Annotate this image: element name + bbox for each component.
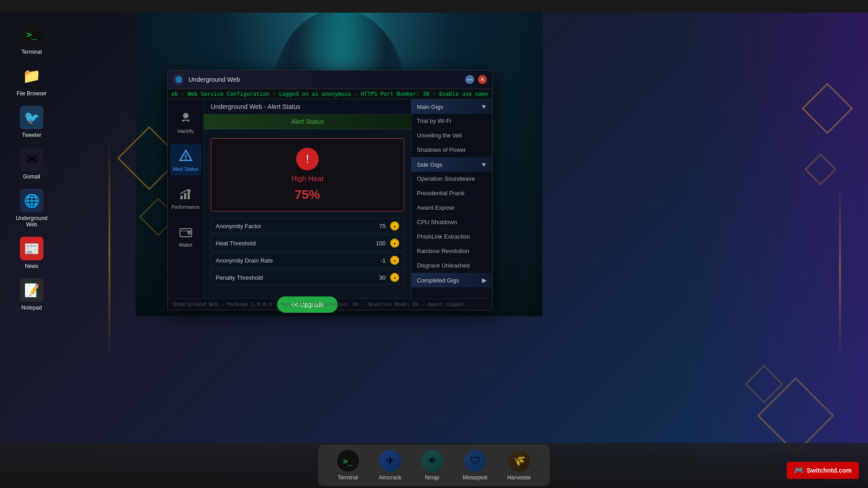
sidebar-item-hackify[interactable]: Hackify bbox=[170, 106, 202, 137]
window-app-icon: 🌐 bbox=[173, 74, 184, 85]
tweeter-icon-img: 🐦 bbox=[20, 106, 43, 129]
news-icon-label: News bbox=[25, 263, 38, 269]
gomail-icon-label: Gomail bbox=[23, 174, 40, 180]
desktop-icon-file-browser[interactable]: 📁 File Browser bbox=[14, 64, 50, 97]
terminal-icon-label: Terminal bbox=[21, 49, 42, 55]
desktop-icon-notepad[interactable]: 📝 Notepad bbox=[14, 278, 50, 311]
main-gigs-header[interactable]: Main Gigs ▼ bbox=[411, 99, 492, 114]
taskbar-app-terminal[interactable]: >_ Terminal bbox=[332, 448, 364, 483]
main-gigs-label: Main Gigs bbox=[417, 103, 443, 110]
hackify-icon bbox=[178, 110, 194, 126]
alert-heat-box: ! High Heat 75% bbox=[211, 138, 404, 211]
svg-point-2 bbox=[182, 120, 184, 122]
tweeter-icon-label: Tweeter bbox=[22, 132, 42, 138]
scrolling-status-bar: eb - Web Service Configuration - Logged … bbox=[168, 89, 492, 99]
svg-point-0 bbox=[183, 113, 189, 118]
side-gigs-header[interactable]: Side Gigs ▼ bbox=[411, 157, 492, 172]
menu-item-disgrace-unleashed[interactable]: Disgrace Unleashed bbox=[411, 258, 492, 273]
wallet-icon bbox=[178, 224, 194, 240]
coin-icon-2: ● bbox=[390, 256, 399, 265]
window-title-left: 🌐 Underground Web bbox=[173, 74, 240, 85]
taskbar-app-metasploit[interactable]: 🛡 Metasploit bbox=[458, 448, 493, 483]
window-minimize-button[interactable]: — bbox=[465, 75, 474, 84]
underground-web-icon-img: 🌐 bbox=[20, 189, 43, 212]
stat-label-anonymity-factor: Anonymity Factor bbox=[216, 223, 363, 230]
stat-value-anonymity-factor: 75 bbox=[368, 223, 386, 230]
alert-heat-percent: 75% bbox=[295, 188, 320, 202]
completed-gigs-arrow-icon: ▶ bbox=[482, 277, 487, 284]
hackify-label: Hackify bbox=[177, 128, 193, 134]
svg-point-6 bbox=[185, 159, 186, 160]
taskbar-harvester-label: Harvester bbox=[507, 474, 531, 481]
desktop-icon-tweeter[interactable]: 🐦 Tweeter bbox=[14, 106, 50, 138]
completed-gigs-label: Completed Gigs bbox=[417, 277, 459, 284]
performance-icon bbox=[178, 186, 194, 202]
completed-gigs-header[interactable]: Completed Gigs ▶ bbox=[411, 273, 492, 287]
desktop-icon-news[interactable]: 📰 News bbox=[14, 237, 50, 269]
wallet-label: Wallet bbox=[179, 242, 192, 248]
menu-item-rainbow-revolution[interactable]: Rainbow Revolution bbox=[411, 244, 492, 258]
side-gigs-label: Side Gigs bbox=[417, 161, 442, 168]
window-title-text: Underground Web bbox=[189, 76, 240, 83]
window-titlebar: 🌐 Underground Web — ✕ bbox=[168, 70, 492, 89]
stat-value-heat-threshold: 100 bbox=[368, 240, 386, 247]
alert-heat-label: High Heat bbox=[291, 175, 323, 183]
stat-row-anonymity-factor: Anonymity Factor 75 ● bbox=[211, 218, 404, 234]
taskbar-app-harvester[interactable]: 🌾 Harvester bbox=[502, 448, 536, 483]
taskbar-bottom: >_ Terminal ✈ Airocrack 👁 Nmap 🛡 Metaspl… bbox=[0, 443, 868, 488]
stat-label-drain-rate: Anonymity Drain Rate bbox=[216, 257, 363, 264]
performance-label: Performance bbox=[171, 204, 200, 210]
window-center-content: Underground Web - Alert Status Alert Sta… bbox=[204, 99, 411, 298]
stat-row-penalty-threshold: Penalty Threshold 30 ● bbox=[211, 270, 404, 285]
svg-rect-8 bbox=[184, 193, 186, 199]
taskbar-nmap-label: Nmap bbox=[425, 474, 439, 481]
news-icon-img: 📰 bbox=[20, 237, 43, 260]
window-header-title: Underground Web - Alert Status bbox=[204, 99, 411, 114]
stat-row-heat-threshold: Heat Threshold 100 ● bbox=[211, 235, 404, 251]
taskbar-airocrack-icon: ✈ bbox=[379, 450, 401, 472]
taskbar-app-nmap[interactable]: 👁 Nmap bbox=[416, 448, 448, 483]
stat-value-drain-rate: -1 bbox=[368, 257, 386, 264]
taskbar-bottom-inner: >_ Terminal ✈ Airocrack 👁 Nmap 🛡 Metaspl… bbox=[318, 445, 550, 486]
taskbar-terminal-icon: >_ bbox=[337, 450, 359, 472]
menu-item-shadows-of-power[interactable]: Shadows of Power bbox=[411, 143, 492, 157]
menu-item-presidential-prank[interactable]: Presidential Prank bbox=[411, 186, 492, 201]
menu-item-cpu-shutdown[interactable]: CPU Shutdown bbox=[411, 215, 492, 230]
alert-status-section-title: Alert Status bbox=[204, 114, 411, 129]
svg-point-3 bbox=[188, 120, 189, 122]
taskbar-metasploit-label: Metasploit bbox=[463, 474, 488, 481]
sidebar-item-alert-status[interactable]: Alert Status bbox=[170, 144, 202, 175]
alert-status-label: Alert Status bbox=[173, 166, 198, 172]
taskbar-app-airocrack[interactable]: ✈ Airocrack bbox=[373, 448, 407, 483]
window-body: Hackify Alert Status bbox=[168, 99, 492, 298]
taskbar-nmap-icon: 👁 bbox=[421, 450, 443, 472]
taskbar-top bbox=[0, 0, 868, 13]
window-close-button[interactable]: ✕ bbox=[478, 75, 487, 84]
nintendo-logo: 🎮 Switchntd.com bbox=[787, 462, 859, 479]
desktop-icon-underground-web[interactable]: 🌐 Underground Web bbox=[14, 189, 50, 228]
taskbar-harvester-icon: 🌾 bbox=[508, 450, 530, 472]
desktop-icon-gomail[interactable]: ✉ Gomail bbox=[14, 147, 50, 180]
notepad-icon-img: 📝 bbox=[20, 278, 43, 302]
alert-main-area: ! High Heat 75% Anonymity Factor 75 ● bbox=[204, 129, 411, 322]
taskbar-metasploit-icon: 🛡 bbox=[464, 450, 486, 472]
desktop-icon-terminal[interactable]: >_ Terminal bbox=[14, 23, 50, 55]
gomail-icon-img: ✉ bbox=[20, 147, 43, 171]
menu-item-phishlink-extraction[interactable]: PhishLink Extraction bbox=[411, 230, 492, 244]
menu-item-trial-by-wifi[interactable]: Trial by Wi-Fi bbox=[411, 114, 492, 128]
scrolling-text: eb - Web Service Configuration - Logged … bbox=[171, 91, 492, 97]
menu-item-unveiling-the-veil[interactable]: Unveiling the Veil bbox=[411, 128, 492, 143]
sidebar-item-wallet[interactable]: Wallet bbox=[170, 220, 202, 251]
coin-icon-1: ● bbox=[390, 239, 399, 248]
nintendo-icon: 🎮 bbox=[794, 465, 804, 475]
underground-web-window: 🌐 Underground Web — ✕ eb - Web Service C… bbox=[167, 70, 493, 310]
nintendo-label: Switchntd.com bbox=[807, 467, 852, 474]
sidebar-item-performance[interactable]: Performance bbox=[170, 182, 202, 213]
window-controls: — ✕ bbox=[465, 75, 487, 84]
stat-label-penalty-threshold: Penalty Threshold bbox=[216, 274, 363, 281]
menu-item-award-expose[interactable]: Award Expose bbox=[411, 201, 492, 215]
window-sidebar: Hackify Alert Status bbox=[168, 99, 204, 298]
svg-point-12 bbox=[189, 232, 190, 234]
menu-item-operation-soundwave[interactable]: Operation Soundwave bbox=[411, 172, 492, 186]
file-browser-icon-img: 📁 bbox=[20, 64, 43, 88]
